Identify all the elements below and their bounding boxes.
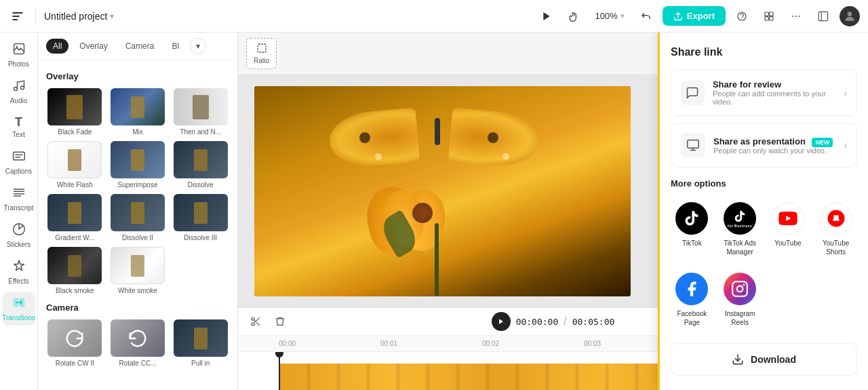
filter-camera-button[interactable]: Camera (119, 39, 161, 54)
dissolve-label: Dissolve (188, 181, 214, 189)
hand-tool-button[interactable] (563, 5, 585, 27)
youtube-button[interactable]: YouTube (767, 197, 810, 262)
timeline-cut-button[interactable] (246, 312, 265, 331)
svg-rect-10 (818, 12, 827, 20)
sidebar-item-text[interactable]: T Text (3, 111, 35, 142)
share-panel-title: Share link (671, 46, 857, 58)
template-button[interactable] (758, 5, 780, 27)
svg-rect-4 (770, 12, 773, 16)
list-item[interactable]: Rotate CW II (46, 319, 104, 367)
total-time: 00:05:00 (572, 317, 615, 327)
svg-marker-29 (499, 319, 503, 324)
sidebar-item-transitions[interactable]: Transitions (3, 292, 35, 326)
panel-filter-bar: All Overlay Camera Bl ▾ (38, 33, 237, 60)
topbar-divider (35, 8, 36, 24)
instagram-label: Instagram Reels (722, 309, 759, 327)
list-item[interactable]: Gradient W... (46, 194, 104, 241)
instagram-icon (724, 273, 756, 305)
tiktok-ads-button[interactable]: for Business TikTok Ads Manager (719, 197, 762, 262)
sidebar-audio-label: Audio (10, 97, 28, 104)
share-presentation-text: Share as presentation NEW People can onl… (713, 136, 833, 155)
sidebar-item-transcript[interactable]: Transcript (3, 182, 35, 216)
list-item[interactable]: White smoke (109, 247, 167, 294)
svg-point-16 (20, 86, 24, 90)
list-item[interactable]: Black Fade (46, 88, 104, 136)
sidebar-item-audio[interactable]: Audio (3, 75, 35, 109)
sidebar-item-stickers[interactable]: Stickers (3, 218, 35, 252)
list-item[interactable]: Dissolve (172, 141, 229, 189)
more-options-title: More options (671, 178, 857, 189)
list-item[interactable]: Rotate CC... (109, 319, 167, 367)
logo-button[interactable] (8, 7, 27, 26)
expand-button[interactable] (812, 5, 834, 27)
svg-point-12 (848, 12, 852, 16)
instagram-button[interactable]: Instagram Reels (719, 267, 762, 332)
white-flash-thumb (47, 141, 102, 178)
filter-overlay-button[interactable]: Overlay (73, 39, 114, 54)
ratio-icon (256, 43, 267, 56)
panel-content: Overlay Black Fade Mix (38, 60, 237, 390)
share-for-review-button[interactable]: Share for review People can add comments… (671, 69, 857, 116)
filter-all-button[interactable]: All (46, 39, 68, 54)
sidebar-item-photos[interactable]: Photos (3, 38, 35, 72)
list-item[interactable]: Dissolve III (172, 194, 229, 241)
black-smoke-label: Black smoke (56, 287, 94, 294)
share-presentation-title: Share as presentation NEW (713, 136, 833, 147)
export-button[interactable]: Export (663, 6, 726, 26)
tiktok-button[interactable]: TikTok (671, 197, 713, 262)
list-item[interactable]: Superimpose (109, 141, 167, 189)
play-preview-button[interactable] (536, 5, 557, 27)
timeline-delete-button[interactable] (271, 312, 290, 331)
filter-more-button[interactable]: ▾ (190, 38, 206, 54)
svg-point-9 (799, 16, 800, 17)
current-time: 00:00:00 (516, 317, 559, 327)
sidebar-captions-label: Captions (5, 168, 32, 175)
zoom-control[interactable]: 100% ▾ (590, 8, 630, 24)
share-review-chevron-icon: › (844, 87, 847, 98)
youtube-shorts-icon (820, 202, 852, 235)
sidebar-item-effects[interactable]: Effects (3, 255, 35, 289)
help-button[interactable] (731, 5, 753, 27)
sidebar-item-captions[interactable]: Captions (3, 145, 35, 179)
ruler-tick-0: 00:00 (279, 340, 296, 347)
playhead[interactable] (279, 352, 280, 390)
share-presentation-icon (681, 133, 705, 157)
white-smoke-label: White smoke (118, 287, 157, 294)
svg-rect-30 (688, 140, 699, 149)
undo-button[interactable] (635, 5, 657, 27)
social-grid: TikTok for Business TikTok Ads Manager (671, 197, 857, 332)
then-label: Then and N... (180, 128, 221, 136)
svg-rect-5 (765, 16, 768, 20)
list-item[interactable]: Then and N... (172, 88, 229, 136)
superimpose-label: Superimpose (118, 181, 158, 189)
stickers-icon (12, 222, 26, 239)
filter-bl-button[interactable]: Bl (165, 39, 186, 54)
list-item[interactable]: Mix (109, 88, 167, 136)
play-button[interactable] (492, 312, 511, 331)
list-item[interactable]: Black smoke (46, 247, 104, 294)
dissolve2-label: Dissolve II (122, 234, 153, 241)
dissolve-thumb (174, 141, 228, 178)
left-sidebar: Photos Audio T Text Captions Transcript (0, 33, 38, 390)
facebook-button[interactable]: Facebook Page (671, 267, 713, 332)
share-as-presentation-button[interactable]: Share as presentation NEW People can onl… (671, 123, 857, 168)
share-for-review-left: Share for review People can add comments… (681, 79, 844, 106)
sidebar-transitions-label: Transitions (2, 314, 35, 321)
youtube-shorts-button[interactable]: YouTube Shorts (814, 197, 857, 262)
youtube-label: YouTube (774, 239, 801, 248)
download-button[interactable]: Download (671, 343, 857, 376)
white-smoke-thumb (111, 247, 165, 284)
user-avatar[interactable] (840, 6, 860, 26)
more-options-button[interactable] (785, 5, 807, 27)
new-badge: NEW (812, 138, 833, 147)
canvas-frame (254, 86, 631, 296)
gradient-w-thumb (47, 194, 102, 231)
list-item[interactable]: White Flash (46, 141, 104, 189)
list-item[interactable]: Pull in (172, 319, 229, 367)
gradient-w-label: Gradient W... (55, 234, 94, 241)
download-label: Download (751, 354, 796, 365)
list-item[interactable]: Dissolve II (109, 194, 167, 241)
project-name[interactable]: Untitled project ▾ (44, 11, 114, 22)
svg-point-8 (795, 16, 797, 17)
ratio-button[interactable]: Ratio (246, 38, 277, 69)
